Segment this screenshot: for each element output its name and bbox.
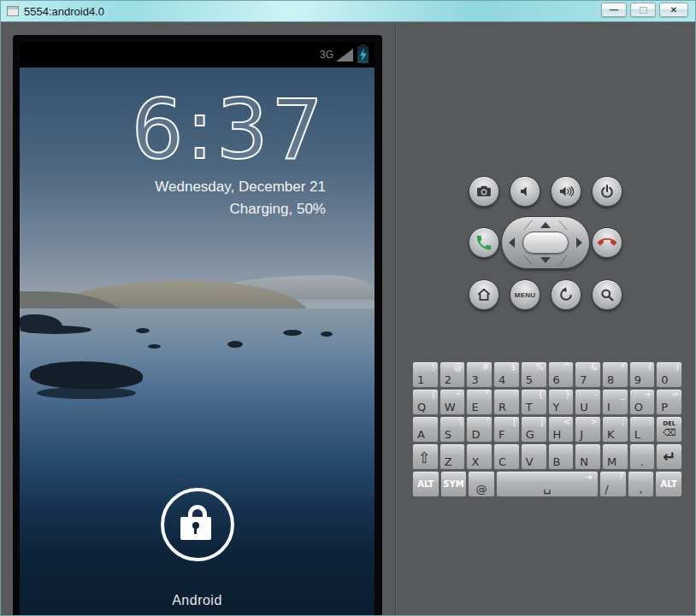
key-alt-label: $ — [510, 363, 516, 372]
key-label: SYM — [443, 480, 463, 489]
key-s[interactable]: S\ — [439, 416, 466, 443]
dpad-center-button[interactable] — [522, 232, 569, 254]
dpad[interactable] — [501, 216, 590, 269]
key-t[interactable]: T{ — [521, 389, 547, 415]
key-u[interactable]: U- — [575, 389, 601, 415]
key-g[interactable]: G] — [521, 416, 547, 443]
key-y[interactable]: Y} — [548, 389, 575, 415]
key-j[interactable]: J> — [575, 416, 601, 443]
hardware-buttons-call — [469, 227, 499, 258]
key-label: E — [471, 402, 478, 413]
key-space[interactable]: ␣⇥ — [496, 471, 599, 497]
key-0[interactable]: 0) — [656, 361, 682, 388]
search-button[interactable] — [592, 279, 622, 310]
maximize-icon — [640, 7, 647, 14]
end-call-button[interactable] — [592, 227, 622, 258]
key-p[interactable]: P= — [656, 389, 682, 415]
power-button[interactable] — [592, 176, 622, 207]
key-n[interactable]: N — [575, 443, 601, 470]
call-button[interactable] — [469, 227, 499, 258]
home-icon — [475, 286, 493, 303]
camera-button[interactable] — [469, 176, 499, 207]
network-type-label: 3G — [320, 49, 333, 61]
phone-screen[interactable]: 3G — [20, 42, 375, 616]
key-label: D — [471, 429, 480, 440]
key-v[interactable]: V — [521, 443, 547, 470]
menu-label: MENU — [515, 291, 535, 299]
emulator-body: 3G — [1, 22, 695, 615]
key-o[interactable]: O+ — [629, 389, 656, 415]
key-w[interactable]: W~ — [439, 389, 466, 415]
wallpaper-rock — [321, 331, 333, 337]
key-at[interactable]: @ — [468, 471, 495, 497]
wallpaper-foreground-rock — [30, 361, 143, 389]
key-2[interactable]: 2@ — [439, 361, 466, 388]
keyboard-row: ALTSYM@␣⇥/?,ALT — [412, 471, 682, 497]
key-a[interactable]: A — [412, 416, 439, 443]
key-l[interactable]: L: — [629, 416, 656, 443]
key-m[interactable]: M — [602, 443, 628, 470]
key-b[interactable]: B — [548, 443, 575, 470]
key-label: 0 — [661, 374, 668, 385]
key-i[interactable]: I_ — [602, 389, 628, 415]
maximize-button[interactable] — [630, 3, 656, 17]
key-alt-left[interactable]: ALT — [412, 471, 439, 497]
dpad-up-icon[interactable] — [540, 222, 551, 228]
key-label: X — [471, 456, 479, 467]
key-1[interactable]: 1! — [412, 361, 439, 388]
key-4[interactable]: 4$ — [493, 361, 520, 388]
title-bar[interactable]: 5554:android4.0 — ✕ — [1, 1, 695, 22]
key-alt-label: [ — [513, 418, 516, 426]
key-k[interactable]: K; — [602, 416, 628, 443]
menu-button[interactable]: MENU — [510, 279, 540, 310]
key-label: K — [607, 429, 615, 440]
key-slash[interactable]: /? — [599, 471, 627, 497]
key-label: Y — [553, 402, 560, 413]
signal-strength-icon — [336, 49, 353, 62]
key-5[interactable]: 5% — [521, 361, 547, 388]
dpad-left-icon[interactable] — [509, 238, 515, 248]
brand-label: Android — [20, 593, 375, 608]
unlock-handle[interactable] — [161, 488, 234, 561]
key-3[interactable]: 3# — [466, 361, 493, 388]
key-x[interactable]: X — [466, 443, 493, 470]
volume-up-button[interactable] — [551, 176, 581, 207]
key-c[interactable]: C — [493, 443, 520, 470]
home-button[interactable] — [469, 279, 499, 310]
close-button[interactable]: ✕ — [659, 3, 688, 17]
key-alt-right[interactable]: ALT — [655, 471, 682, 497]
key-6[interactable]: 6^ — [548, 361, 575, 388]
volume-down-button[interactable] — [510, 176, 540, 207]
key-label: ↵ — [663, 449, 675, 465]
key-alt-label: + — [645, 390, 652, 399]
key-7[interactable]: 7& — [575, 361, 601, 388]
window-controls: — ✕ — [601, 3, 688, 17]
key-label: 3 — [471, 374, 478, 385]
keyboard-row: ⇧ZXCVBNM.↵ — [412, 443, 682, 470]
key-8[interactable]: 8* — [602, 361, 628, 388]
keyboard: 1!2@3#4$5%6^7&8*9(0)Q|W~E"R'T{Y}U-I_O+P=… — [412, 361, 682, 497]
key-sym[interactable]: SYM — [440, 471, 468, 497]
window-title: 5554:android4.0 — [24, 5, 104, 18]
key-e[interactable]: E" — [466, 389, 493, 415]
dpad-down-icon[interactable] — [540, 257, 551, 263]
minimize-button[interactable]: — — [601, 3, 627, 17]
dpad-right-icon[interactable] — [576, 238, 582, 248]
key-h[interactable]: H< — [548, 416, 575, 443]
key-comma[interactable]: , — [628, 471, 655, 497]
key-f[interactable]: F[ — [493, 416, 520, 443]
key-shift[interactable]: ⇧ — [412, 443, 439, 470]
key-enter[interactable]: ↵ — [656, 443, 682, 470]
key-9[interactable]: 9( — [629, 361, 656, 388]
wallpaper-lake — [20, 308, 375, 616]
key-period[interactable]: . — [629, 443, 656, 470]
key-alt-label: } — [565, 390, 570, 399]
key-r[interactable]: R' — [493, 389, 520, 415]
key-q[interactable]: Q| — [412, 389, 439, 415]
key-alt-label: _ — [621, 390, 625, 399]
key-d[interactable]: D' — [466, 416, 493, 443]
key-del[interactable]: DEL⌫ — [656, 416, 682, 443]
back-button[interactable] — [551, 279, 581, 310]
key-z[interactable]: Z — [439, 443, 466, 470]
key-label: ALT — [417, 480, 434, 489]
